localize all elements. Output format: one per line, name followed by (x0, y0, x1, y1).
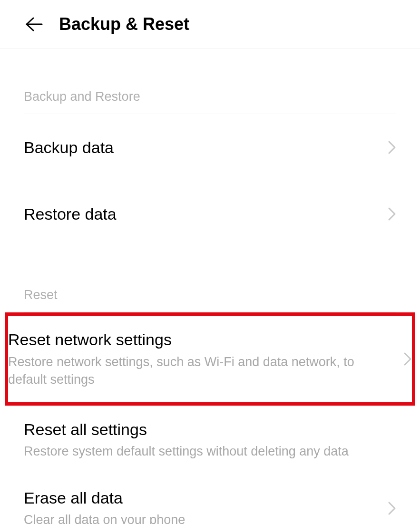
section-header-backup: Backup and Restore (24, 49, 396, 114)
reset-all-settings-item[interactable]: Reset all settings Restore system defaul… (24, 406, 396, 474)
item-subtitle: Restore network settings, such as Wi-Fi … (8, 353, 394, 389)
backup-data-item[interactable]: Backup data (24, 114, 396, 181)
back-icon[interactable] (24, 14, 44, 34)
chevron-right-icon (403, 352, 412, 366)
item-title: Reset network settings (8, 329, 394, 350)
item-subtitle: Restore system default settings without … (24, 443, 387, 461)
chevron-right-icon (388, 140, 396, 155)
item-title: Restore data (24, 204, 378, 224)
chevron-right-icon (388, 207, 396, 221)
reset-network-settings-item[interactable]: Reset network settings Restore network s… (5, 312, 415, 406)
content-area: Backup and Restore Backup data Restore d… (0, 49, 420, 524)
chevron-right-icon (388, 501, 396, 515)
restore-data-item[interactable]: Restore data (24, 181, 396, 247)
page-title: Backup & Reset (59, 14, 189, 34)
header-bar: Backup & Reset (0, 0, 420, 49)
erase-all-data-item[interactable]: Erase all data Clear all data on your ph… (24, 474, 396, 524)
item-title: Backup data (24, 137, 378, 158)
section-header-reset: Reset (24, 247, 396, 312)
item-subtitle: Clear all data on your phone (24, 511, 378, 524)
item-title: Reset all settings (24, 419, 387, 440)
item-title: Erase all data (24, 487, 378, 508)
